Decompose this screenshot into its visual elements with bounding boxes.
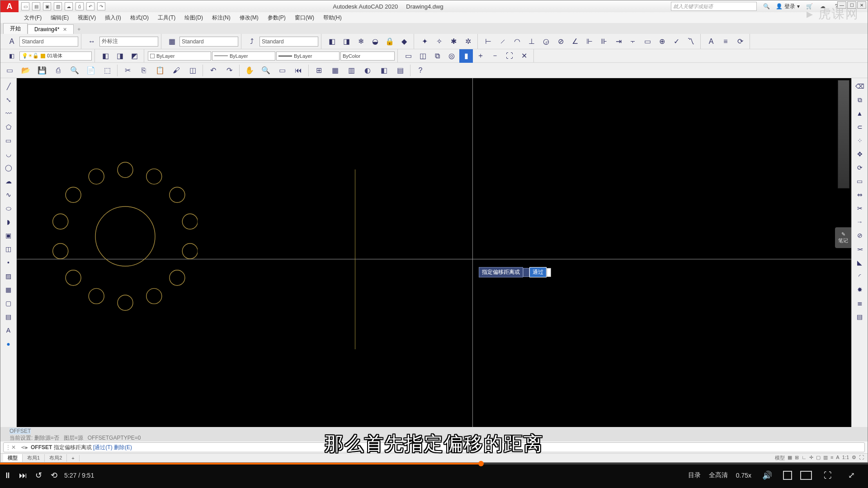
- trim-icon[interactable]: ✂: [854, 202, 866, 215]
- copy-mod-icon[interactable]: ⧉: [854, 94, 866, 106]
- circle-icon[interactable]: ◯: [2, 161, 15, 174]
- tab-drawing4[interactable]: Drawing4* ✕: [28, 24, 74, 34]
- notes-tab[interactable]: ✎ 笔记: [835, 227, 851, 248]
- constraint2-icon[interactable]: ✧: [432, 35, 446, 48]
- line-icon[interactable]: ╱: [2, 80, 15, 93]
- speed-button[interactable]: 0.75x: [736, 472, 751, 479]
- copy-button[interactable]: ⎘: [137, 64, 151, 77]
- laymcur-icon[interactable]: ◧: [99, 49, 112, 63]
- zoom-scale-icon[interactable]: ⧉: [430, 49, 444, 63]
- textstyle-icon[interactable]: A: [5, 35, 19, 48]
- layout-add[interactable]: +: [67, 455, 79, 461]
- hatch-icon[interactable]: ▨: [2, 270, 15, 282]
- menu-modify[interactable]: 修改(M): [235, 12, 263, 23]
- pan-button[interactable]: ✋: [242, 64, 257, 77]
- status-grid-icon[interactable]: ▦: [788, 455, 792, 461]
- mirror-icon[interactable]: ▲: [854, 107, 866, 120]
- ellipse-icon[interactable]: ⬭: [2, 202, 15, 215]
- erase-icon[interactable]: ⌫: [854, 80, 866, 93]
- plot-icon[interactable]: ⎙: [75, 2, 84, 10]
- status-osnap-icon[interactable]: ▢: [816, 455, 821, 461]
- dim-base-icon[interactable]: ⊩: [583, 35, 596, 48]
- menu-view[interactable]: 视图(V): [73, 12, 100, 23]
- matchprop-button[interactable]: 🖌: [169, 64, 184, 77]
- dim-ang-icon[interactable]: ∠: [568, 35, 582, 48]
- layout-layout1[interactable]: 布局1: [23, 454, 45, 462]
- text-align-icon[interactable]: ≡: [719, 35, 732, 48]
- menu-insert[interactable]: 插入(I): [100, 12, 125, 23]
- align-icon[interactable]: ≣: [854, 297, 866, 310]
- props-button[interactable]: ⊞: [311, 64, 326, 77]
- dimstyle-select[interactable]: 外标注: [99, 37, 158, 47]
- dimstyle-icon[interactable]: ↔: [85, 35, 99, 48]
- extend-icon[interactable]: →: [854, 216, 866, 228]
- dim-linear-icon[interactable]: ⊢: [481, 35, 495, 48]
- redo-icon[interactable]: ↷: [97, 2, 105, 10]
- mleader-select[interactable]: Standard: [259, 37, 318, 47]
- rotate-icon[interactable]: ⟳: [854, 161, 866, 174]
- tablestyle-select[interactable]: Standard: [179, 37, 238, 47]
- fillet-icon[interactable]: ◜: [854, 270, 866, 282]
- dim-center-icon[interactable]: ⊕: [655, 35, 669, 48]
- qcalc-button[interactable]: ▤: [393, 64, 407, 77]
- lineweight-select[interactable]: ByLayer: [276, 52, 340, 61]
- explode-icon[interactable]: ✸: [854, 283, 866, 296]
- point-icon[interactable]: •: [2, 256, 15, 269]
- mleader-icon[interactable]: ⤴: [245, 35, 259, 48]
- undo-icon[interactable]: ↶: [86, 2, 94, 10]
- dyn-value[interactable]: 通过: [529, 267, 547, 277]
- ellipsearc-icon[interactable]: ◗: [2, 216, 15, 228]
- zoom-window-icon[interactable]: ▭: [401, 49, 415, 63]
- search-icon[interactable]: 🔍: [762, 2, 770, 10]
- progress-track[interactable]: [0, 463, 868, 465]
- arc-icon[interactable]: ◡: [2, 148, 15, 160]
- zoom-prev-button[interactable]: ⏮: [291, 64, 306, 77]
- save-icon[interactable]: ▣: [43, 2, 51, 10]
- dim-inspect-icon[interactable]: ✓: [670, 35, 683, 48]
- rewind-button[interactable]: ↺: [31, 468, 46, 483]
- redo-button[interactable]: ↷: [222, 64, 236, 77]
- open-button[interactable]: 📂: [19, 64, 33, 77]
- rect-icon[interactable]: ▭: [2, 134, 15, 147]
- layerprops-icon[interactable]: ◧: [5, 49, 19, 63]
- dim-ord-icon[interactable]: ⊥: [525, 35, 538, 48]
- dim-cont-icon[interactable]: ⊪: [597, 35, 611, 48]
- status-anno-icon[interactable]: A: [836, 455, 839, 461]
- status-max-icon[interactable]: ⛶: [859, 455, 864, 461]
- status-ortho-icon[interactable]: ∟: [802, 455, 807, 461]
- dim-jog-icon[interactable]: 〽: [684, 35, 698, 48]
- menu-file[interactable]: 文件(F): [19, 12, 46, 23]
- tp-button[interactable]: ▥: [344, 64, 359, 77]
- mtext-draw-icon[interactable]: A: [2, 324, 15, 337]
- drawing-canvas[interactable]: 指定偏移距离或 通过 ✎ 笔记: [17, 78, 851, 427]
- wide-button[interactable]: ⛶: [820, 468, 835, 483]
- dim-aligned-icon[interactable]: ⟋: [496, 35, 509, 48]
- layout-layout2[interactable]: 布局2: [45, 454, 67, 462]
- zoom-win-button[interactable]: ▭: [275, 64, 289, 77]
- layer-match-icon[interactable]: ◆: [397, 35, 411, 48]
- zoom-rt-button[interactable]: 🔍: [259, 64, 273, 77]
- cloud-icon[interactable]: ☁: [819, 2, 827, 10]
- menu-format[interactable]: 格式(O): [126, 12, 153, 23]
- color-select[interactable]: ByLayer: [148, 52, 211, 61]
- ssm-button[interactable]: ◐: [360, 64, 375, 77]
- menu-dim[interactable]: 标注(N): [208, 12, 235, 23]
- zoom-obj-icon[interactable]: ▮: [459, 49, 473, 63]
- cloud-icon[interactable]: ☁: [65, 2, 73, 10]
- dim-arc-icon[interactable]: ◠: [510, 35, 524, 48]
- volume-icon[interactable]: 🔊: [760, 468, 775, 483]
- move-icon[interactable]: ✥: [854, 148, 866, 160]
- help-button[interactable]: ?: [413, 64, 428, 77]
- zoom-out-icon[interactable]: －: [488, 49, 502, 63]
- quality-button[interactable]: 全高清: [709, 471, 728, 479]
- zoom-dynamic-icon[interactable]: ◫: [416, 49, 429, 63]
- menu-draw[interactable]: 绘图(D): [180, 12, 208, 23]
- xline-icon[interactable]: ⤡: [2, 94, 15, 106]
- sign-in-button[interactable]: 👤 登录 ▾: [776, 3, 800, 10]
- dim-space-icon[interactable]: ⇥: [612, 35, 625, 48]
- layer-uniso-icon[interactable]: ◨: [340, 35, 353, 48]
- blockeditor-button[interactable]: ◫: [185, 64, 200, 77]
- status-lw-icon[interactable]: ≡: [830, 455, 833, 461]
- region-icon[interactable]: ▢: [2, 297, 15, 310]
- dim-break-icon[interactable]: ⫟: [626, 35, 640, 48]
